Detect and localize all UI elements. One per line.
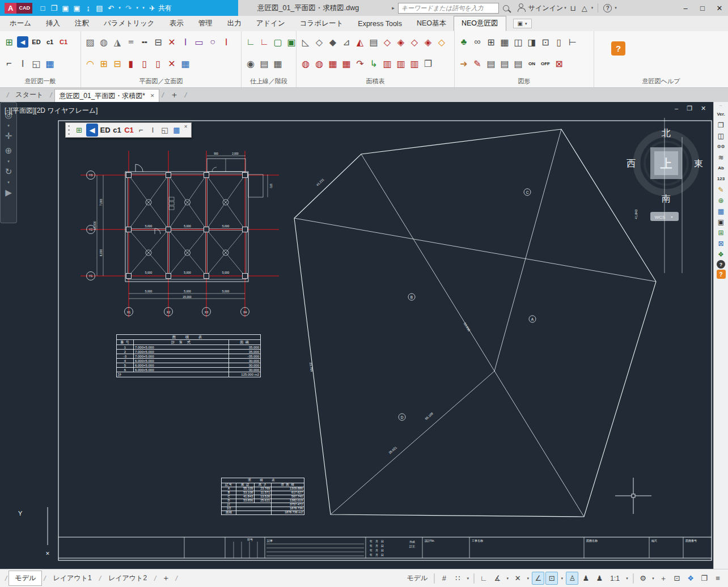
area-quad-icon[interactable]: ◇ bbox=[312, 33, 326, 51]
snap-mode-icon[interactable]: ∷ bbox=[451, 572, 464, 585]
tatami-icon[interactable]: ⊞ bbox=[484, 33, 498, 51]
clean-screen-icon[interactable]: ❐ bbox=[698, 572, 710, 585]
tab-express-tools[interactable]: Express Tools bbox=[350, 16, 409, 31]
ucs-rotate-icon[interactable]: ⊕ bbox=[716, 195, 727, 205]
panel-label[interactable]: 面積表 bbox=[297, 77, 454, 86]
tab-annotate[interactable]: 注釈 bbox=[67, 16, 96, 31]
beam-symbol-icon[interactable]: Ⅰ bbox=[147, 124, 159, 137]
search-input[interactable] bbox=[398, 3, 499, 14]
status-menu-icon[interactable]: ≡ bbox=[712, 572, 724, 585]
kitchen-icon[interactable]: ⊢ bbox=[566, 33, 579, 51]
close-button[interactable]: ✕ bbox=[711, 0, 728, 16]
polar-tracking-icon[interactable]: ∡ bbox=[491, 572, 503, 585]
steel-pipe-icon[interactable]: ○ bbox=[206, 33, 219, 51]
prev-view-icon[interactable]: ◀ bbox=[86, 124, 98, 137]
text-style-icon[interactable]: Ab bbox=[716, 163, 727, 173]
dash-line-icon[interactable]: ╍ bbox=[138, 33, 151, 51]
list-table-icon[interactable]: ▦ bbox=[43, 54, 57, 73]
area-pline5-icon[interactable]: ◇ bbox=[435, 33, 448, 51]
column-edit-icon[interactable]: ▯ bbox=[151, 54, 165, 73]
area-table-create-icon[interactable]: ▦ bbox=[326, 54, 340, 73]
grid-create-icon[interactable]: ⊞ bbox=[2, 33, 16, 51]
graphics-performance-icon[interactable]: ❖ bbox=[684, 572, 697, 585]
toolbar-grip[interactable] bbox=[68, 125, 71, 135]
window-icon[interactable]: ⊞ bbox=[97, 54, 111, 73]
area-table-edit-icon[interactable]: ▦ bbox=[340, 54, 353, 73]
ed-edit-icon[interactable]: ED bbox=[29, 33, 43, 51]
tab-neo-basic[interactable]: NEO基本 bbox=[409, 16, 454, 31]
viewcube-east[interactable]: 東 bbox=[694, 159, 703, 168]
viewcube-north[interactable]: 北 bbox=[662, 128, 671, 138]
layer-off-icon[interactable]: OFF bbox=[539, 54, 552, 73]
c1-convert-icon[interactable]: C1 bbox=[57, 33, 70, 51]
hatch-slab-icon[interactable]: ◮ bbox=[111, 33, 124, 51]
ortho-mode-icon[interactable]: ∟ bbox=[477, 572, 490, 585]
autodesk-dropdown-icon[interactable]: ▾ bbox=[591, 6, 594, 10]
area-roman2-icon[interactable]: ◍ bbox=[312, 54, 326, 73]
c1-layer-icon[interactable]: c1 bbox=[111, 124, 123, 137]
finish-line-icon[interactable]: ∟ bbox=[244, 33, 257, 51]
bath-icon[interactable]: ◨ bbox=[525, 33, 539, 51]
workspace-dropdown-icon[interactable]: ▾ bbox=[650, 572, 656, 585]
ribbon-display-toggle[interactable]: ▣ ▾ bbox=[513, 19, 532, 28]
annotation-autoscale-icon[interactable]: ♟ bbox=[579, 572, 592, 585]
finish-loop-icon[interactable]: ▢ bbox=[271, 33, 285, 51]
opening-symbol-icon[interactable]: ◱ bbox=[159, 124, 171, 137]
panel-label[interactable]: 図形 bbox=[455, 77, 594, 86]
beam-symbol-icon[interactable]: Ⅰ bbox=[16, 54, 29, 73]
tab-collaborate[interactable]: コラボレート bbox=[293, 16, 350, 31]
viewport-controls[interactable]: [-][平面図][2D ワイヤフレーム] bbox=[5, 106, 98, 116]
save-icon[interactable]: ▣ bbox=[61, 2, 70, 14]
area-point-icon[interactable]: ◭ bbox=[353, 33, 367, 51]
user-icon[interactable] bbox=[518, 5, 525, 12]
double-line-icon[interactable]: ＝ bbox=[124, 33, 138, 51]
bicycle-icon[interactable]: ∞ bbox=[471, 33, 484, 51]
undo-dropdown-icon[interactable]: ▾ bbox=[117, 2, 122, 14]
autodesk-logo-icon[interactable]: △ bbox=[582, 4, 587, 12]
area-row2-icon[interactable]: ▥ bbox=[394, 54, 408, 73]
osnap-dropdown-icon[interactable]: ▾ bbox=[559, 572, 565, 585]
corner-mark-icon[interactable]: ⌐ bbox=[2, 54, 16, 73]
figure-export-icon[interactable]: ➜ bbox=[457, 54, 471, 73]
panel-label[interactable]: 意匠図ヘルプ bbox=[594, 77, 728, 86]
tab-manage[interactable]: 管理 bbox=[191, 16, 220, 31]
area-triangle-icon[interactable]: ◺ bbox=[299, 33, 312, 51]
minimize-button[interactable]: – bbox=[677, 0, 694, 16]
drawing-restore-icon[interactable]: ❐ bbox=[687, 105, 692, 112]
area-pline2-icon[interactable]: ◈ bbox=[394, 33, 408, 51]
isolate-objects-icon[interactable]: ⊡ bbox=[671, 572, 683, 585]
list-table-icon[interactable]: ▦ bbox=[171, 124, 183, 137]
steel-beam-icon[interactable]: Ⅰ bbox=[179, 33, 192, 51]
undo-icon[interactable]: ↶ bbox=[106, 2, 116, 14]
annotation-scale-sync-icon[interactable]: ♟ bbox=[593, 572, 606, 585]
drawing-close-icon[interactable]: ✕ bbox=[701, 105, 706, 112]
open-file-icon[interactable]: ❐ bbox=[49, 2, 59, 14]
qat-customize-icon[interactable]: ▾ bbox=[141, 2, 146, 14]
column-fill-icon[interactable]: ▮ bbox=[124, 54, 138, 73]
floating-toolbar[interactable]: ⊞◀EDc1C1⌐Ⅰ◱▦✕ bbox=[65, 122, 192, 138]
panel-label[interactable]: 平面図／立面図 bbox=[81, 77, 241, 86]
redo-dropdown-icon[interactable]: ▾ bbox=[135, 2, 139, 14]
dock-toolbar-grip[interactable]: ┄ bbox=[716, 104, 727, 108]
tab-neo-ishozu[interactable]: NEO意匠図 bbox=[454, 16, 506, 31]
tab-insert[interactable]: 挿入 bbox=[39, 16, 67, 31]
line-delete-icon[interactable]: ✕ bbox=[165, 33, 179, 51]
binoculars-icon[interactable]: ⊙⊙ bbox=[716, 142, 727, 151]
app-logo[interactable]: A CAD bbox=[5, 3, 32, 14]
share-label[interactable]: 共有 bbox=[158, 3, 172, 13]
maximize-button[interactable]: □ bbox=[694, 0, 711, 16]
version-icon[interactable]: Ver. bbox=[716, 109, 727, 119]
tab-start[interactable]: スタート bbox=[11, 88, 48, 101]
redo-icon[interactable]: ↷ bbox=[124, 2, 133, 14]
sash-icon[interactable]: ⊟ bbox=[111, 54, 124, 73]
grid-create-icon[interactable]: ⊞ bbox=[73, 124, 85, 137]
tab-model[interactable]: モデル bbox=[9, 571, 42, 586]
new-drawing-button[interactable]: ＋ bbox=[166, 90, 183, 100]
c1-convert-icon[interactable]: C1 bbox=[123, 124, 135, 137]
area-list-icon[interactable]: ▤ bbox=[367, 33, 380, 51]
cabinet-icon[interactable]: ◫ bbox=[511, 33, 525, 51]
grid-display-icon[interactable]: # bbox=[438, 572, 450, 585]
viewcube-south[interactable]: 南 bbox=[662, 194, 671, 203]
building-table-icon[interactable]: ▦ bbox=[179, 54, 192, 73]
door-arc-icon[interactable]: ◠ bbox=[83, 54, 97, 73]
